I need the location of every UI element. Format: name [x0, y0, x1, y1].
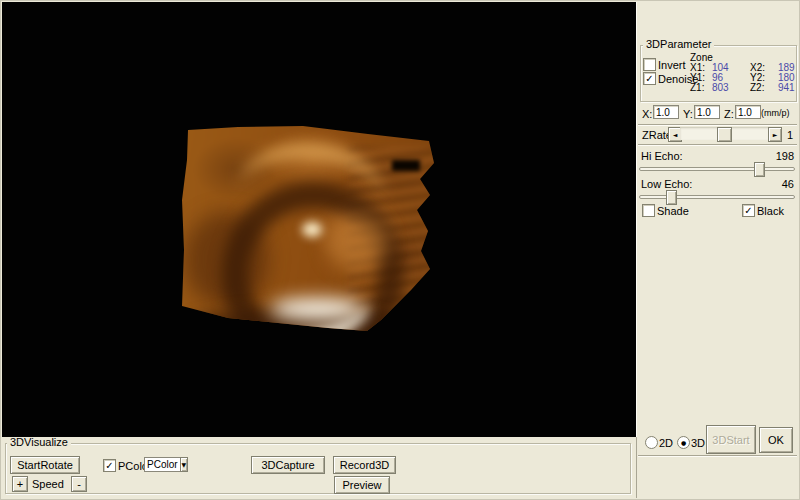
mode-3d-radio-dot: ●: [681, 440, 686, 446]
denoise-checkbox[interactable]: ✓: [643, 72, 656, 85]
parameter-group-title: 3DParameter: [643, 39, 714, 50]
3dcapture-button[interactable]: 3DCapture: [251, 456, 325, 474]
chevron-down-icon: ▼: [181, 461, 186, 468]
parameter-panel: 3DParameter Invert ✓ Denoise Zone X1: 10…: [636, 2, 799, 498]
mode-3d-label: 3D: [691, 437, 705, 449]
zone-z2-label: Z2:: [750, 83, 778, 93]
visualize-group-title: 3DVisualize: [7, 437, 71, 448]
invert-label: Invert: [658, 59, 686, 71]
record3d-button[interactable]: Record3D: [333, 456, 396, 474]
pcolor-dropdown[interactable]: PColor ▼: [144, 457, 188, 472]
app-window: 3DParameter Invert ✓ Denoise Zone X1: 10…: [0, 0, 800, 500]
low-echo-slider[interactable]: [639, 190, 795, 203]
black-checkbox[interactable]: ✓: [742, 204, 755, 217]
ok-button[interactable]: OK: [759, 427, 793, 453]
ultrasound-volume-render[interactable]: [178, 122, 438, 336]
zrate-scrollbar[interactable]: ◄ ►: [668, 127, 782, 140]
scale-x-input[interactable]: [653, 105, 679, 119]
separator-line: [638, 124, 797, 126]
black-check-mark: ✓: [744, 206, 752, 215]
speed-label: Speed: [32, 478, 64, 490]
visualize-panel: 3DVisualize StartRotate + Speed - ✓ PCol…: [2, 437, 637, 498]
separator-line: [638, 144, 797, 146]
hi-echo-value: 198: [770, 150, 794, 162]
zrate-value: 1: [787, 129, 793, 141]
ultrasound-dark-notch: [392, 160, 420, 171]
start-rotate-button[interactable]: StartRotate: [10, 456, 80, 474]
ultrasound-bright-spot: [302, 222, 322, 237]
shade-label: Shade: [657, 205, 689, 217]
scale-z-input[interactable]: [735, 105, 761, 119]
ultrasound-light-patch: [326, 214, 388, 272]
pcolor-checkbox[interactable]: ✓: [103, 459, 116, 472]
denoise-check-mark: ✓: [645, 74, 653, 83]
scroll-left-icon: ◄: [673, 131, 678, 138]
pcolor-dropdown-button[interactable]: ▼: [180, 457, 188, 472]
mode-2d-radio[interactable]: [645, 436, 658, 449]
zone-z1-label: Z1:: [690, 83, 712, 93]
mode-3d-radio[interactable]: ●: [677, 436, 690, 449]
hi-echo-slider[interactable]: [639, 162, 795, 175]
zrate-scroll-track[interactable]: [680, 127, 770, 140]
shade-checkbox[interactable]: [642, 204, 655, 217]
low-echo-slider-thumb[interactable]: [666, 190, 677, 205]
scale-z-label: Z:: [724, 108, 734, 120]
hi-echo-slider-thumb[interactable]: [754, 162, 765, 177]
hi-echo-slider-track[interactable]: [639, 167, 795, 171]
render-viewport[interactable]: [2, 2, 636, 437]
zone-z1-value: 803: [712, 83, 750, 93]
hi-echo-label: Hi Echo:: [641, 150, 683, 162]
scroll-right-icon: ►: [773, 131, 778, 138]
zrate-scroll-thumb[interactable]: [717, 127, 732, 142]
pcolor-dropdown-value: PColor: [144, 457, 180, 472]
low-echo-label: Low Echo:: [641, 178, 692, 190]
3dstart-button[interactable]: 3DStart: [706, 425, 756, 454]
scale-y-label: Y:: [683, 108, 693, 120]
black-label: Black: [757, 205, 784, 217]
zone-values-grid: X1: 104 X2: 189 Y1: 96 Y2: 180 Z1: 803 Z…: [690, 63, 800, 93]
preview-button[interactable]: Preview: [334, 476, 390, 494]
low-echo-slider-track[interactable]: [639, 195, 795, 199]
scale-y-input[interactable]: [694, 105, 720, 119]
low-echo-value: 46: [770, 178, 794, 190]
scale-x-label: X:: [642, 108, 652, 120]
mode-2d-label: 2D: [659, 437, 673, 449]
invert-checkbox[interactable]: [643, 58, 656, 71]
zrate-scroll-right-button[interactable]: ►: [768, 127, 782, 142]
ultrasound-glow-core: [270, 298, 365, 320]
pcolor-check-mark: ✓: [105, 461, 113, 470]
speed-plus-button[interactable]: +: [12, 476, 28, 492]
zone-z2-value: 941: [778, 83, 800, 93]
speed-minus-button[interactable]: -: [71, 476, 87, 492]
scale-unit-label: (mm/p): [761, 108, 790, 118]
separator-line: [638, 455, 797, 457]
